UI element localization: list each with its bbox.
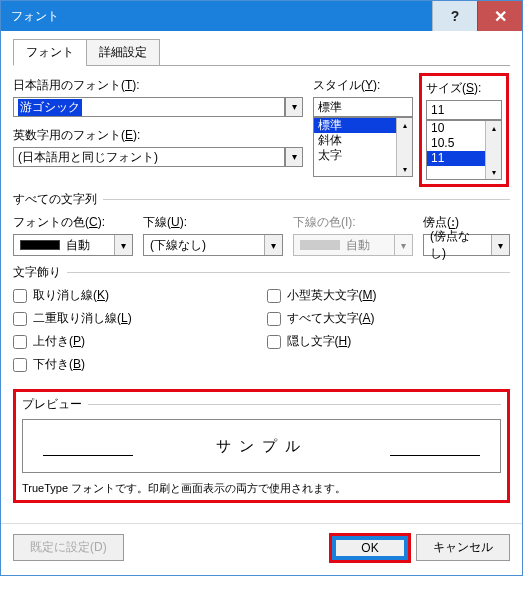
preview-sample-text: サンプル	[216, 437, 308, 456]
checkbox[interactable]	[267, 289, 281, 303]
preview-note: TrueType フォントです。印刷と画面表示の両方で使用されます。	[22, 481, 501, 496]
scrollbar[interactable]: ▴▾	[485, 121, 501, 179]
font-color-dropdown[interactable]: 自動 ▾	[13, 234, 133, 256]
effect-check-m[interactable]: 小型英大文字(M)	[267, 287, 511, 304]
effect-check-h[interactable]: 隠し文字(H)	[267, 333, 511, 350]
checkbox[interactable]	[13, 358, 27, 372]
underline-color-label: 下線の色(I):	[293, 214, 413, 231]
window-title: フォント	[1, 8, 432, 25]
preview-label: プレビュー	[22, 396, 82, 413]
size-label: サイズ(S):	[426, 80, 502, 97]
style-input[interactable]	[313, 97, 413, 117]
scrollbar[interactable]: ▴▾	[396, 118, 412, 176]
ja-font-input[interactable]: 游ゴシック	[13, 97, 285, 117]
tab-strip: フォント 詳細設定	[13, 38, 510, 66]
latin-font-dropdown-arrow[interactable]: ▾	[285, 147, 303, 167]
chevron-down-icon: ▾	[491, 235, 509, 255]
effect-check-a[interactable]: すべて大文字(A)	[267, 310, 511, 327]
titlebar: フォント ? ✕	[1, 1, 522, 31]
set-default-button: 既定に設定(D)	[13, 534, 124, 561]
underline-label: 下線(U):	[143, 214, 283, 231]
latin-font-label: 英数字用のフォント(E):	[13, 127, 303, 144]
effect-check-l[interactable]: 二重取り消し線(L)	[13, 310, 257, 327]
effect-check-k[interactable]: 取り消し線(K)	[13, 287, 257, 304]
all-chars-label: すべての文字列	[13, 191, 97, 208]
ja-font-label: 日本語用のフォント(T):	[13, 77, 303, 94]
ok-button[interactable]: OK	[332, 536, 408, 560]
underline-dropdown[interactable]: (下線なし) ▾	[143, 234, 283, 256]
checkbox[interactable]	[267, 335, 281, 349]
style-listbox[interactable]: 標準 斜体 太字 ▴▾	[313, 117, 413, 177]
effect-check-b[interactable]: 下付き(B)	[13, 356, 257, 373]
checkbox[interactable]	[267, 312, 281, 326]
checkbox[interactable]	[13, 335, 27, 349]
chevron-down-icon: ▾	[114, 235, 132, 255]
emphasis-dropdown[interactable]: (傍点なし) ▾	[423, 234, 510, 256]
checkbox[interactable]	[13, 289, 27, 303]
tab-advanced[interactable]: 詳細設定	[86, 39, 160, 66]
ja-font-dropdown-arrow[interactable]: ▾	[285, 97, 303, 117]
preview-sample-box: サンプル	[22, 419, 501, 473]
size-input[interactable]	[426, 100, 502, 120]
close-button[interactable]: ✕	[477, 1, 522, 31]
tab-font[interactable]: フォント	[13, 39, 87, 66]
chevron-down-icon: ▾	[264, 235, 282, 255]
cancel-button[interactable]: キャンセル	[416, 534, 510, 561]
size-listbox[interactable]: 10 10.5 11 ▴▾	[426, 120, 502, 180]
help-button[interactable]: ?	[432, 1, 477, 31]
effects-label: 文字飾り	[13, 264, 61, 281]
font-color-label: フォントの色(C):	[13, 214, 133, 231]
style-label: スタイル(Y):	[313, 77, 413, 94]
underline-color-dropdown: 自動 ▾	[293, 234, 413, 256]
chevron-down-icon: ▾	[394, 235, 412, 255]
latin-font-input[interactable]	[13, 147, 285, 167]
checkbox[interactable]	[13, 312, 27, 326]
effect-check-p[interactable]: 上付き(P)	[13, 333, 257, 350]
